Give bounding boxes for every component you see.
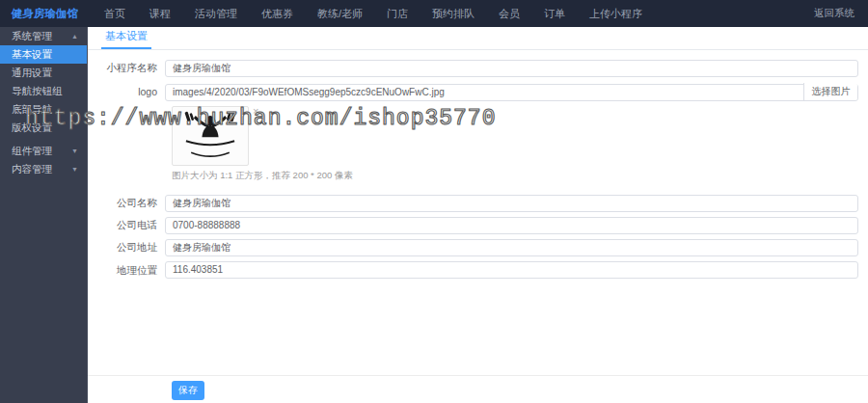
longitude-input[interactable] <box>165 261 858 279</box>
caret-down-icon: ▼ <box>71 142 78 160</box>
form-row-company-name: 公司名称 <box>88 195 868 212</box>
sidebar: 系统管理 ▲ 基本设置 通用设置 导航按钮组 底部导航 版权设置 组件管理 ▼ … <box>0 27 88 403</box>
nav-item-activities[interactable]: 活动管理 <box>195 7 237 21</box>
form-row-mini-name: 小程序名称 <box>88 60 868 77</box>
form-footer: 保存 <box>88 375 868 403</box>
top-nav-menu: 首页 课程 活动管理 优惠券 教练/老师 门店 预约排队 会员 订单 上传小程序 <box>104 7 642 21</box>
sidebar-item-bottom-nav[interactable]: 底部导航 <box>0 100 87 119</box>
sidebar-group-system[interactable]: 系统管理 ▲ <box>0 27 87 45</box>
sidebar-item-copyright[interactable]: 版权设置 <box>0 119 87 137</box>
tab-bar: 基本设置 <box>88 27 868 50</box>
sidebar-group-system-label: 系统管理 <box>12 30 52 41</box>
caret-up-icon: ▲ <box>71 27 78 45</box>
sidebar-group-components[interactable]: 组件管理 ▼ <box>0 142 87 160</box>
nav-item-courses[interactable]: 课程 <box>149 7 171 21</box>
dumbbell-figure-icon <box>178 109 242 163</box>
settings-form: 小程序名称 logo 选择图片 <box>88 50 868 281</box>
company-name-input[interactable] <box>165 195 858 212</box>
form-row-logo: logo 选择图片 <box>88 82 868 101</box>
choose-image-button[interactable]: 选择图片 <box>803 83 857 100</box>
brand-logo-text[interactable]: 健身房瑜伽馆 <box>12 7 91 21</box>
sidebar-group-content-label: 内容管理 <box>12 163 52 175</box>
nav-item-members[interactable]: 会员 <box>499 7 520 21</box>
sidebar-group-components-label: 组件管理 <box>12 145 52 156</box>
logo-path-input[interactable] <box>165 84 858 101</box>
mini-name-label: 小程序名称 <box>88 62 165 75</box>
sidebar-item-nav-buttons[interactable]: 导航按钮组 <box>0 82 87 100</box>
app-window: 健身房瑜伽馆 首页 课程 活动管理 优惠券 教练/老师 门店 预约排队 会员 订… <box>0 0 868 403</box>
sidebar-item-general-settings[interactable]: 通用设置 <box>0 64 87 82</box>
sidebar-group-content[interactable]: 内容管理 ▼ <box>0 160 87 178</box>
nav-item-home[interactable]: 首页 <box>104 7 125 21</box>
company-phone-input[interactable] <box>165 217 858 234</box>
nav-item-booking-queue[interactable]: 预约排队 <box>432 7 475 21</box>
nav-item-orders[interactable]: 订单 <box>544 7 565 21</box>
caret-down-icon: ▼ <box>71 160 78 178</box>
logo-preview-image <box>172 106 249 166</box>
logo-preview-row: × <box>172 106 868 166</box>
main-content: 基本设置 小程序名称 logo 选择图片 <box>88 27 868 403</box>
mini-name-input[interactable] <box>165 60 858 77</box>
logo-input-group: 选择图片 <box>165 82 858 101</box>
location-label: 地理位置 <box>88 264 165 278</box>
save-button[interactable]: 保存 <box>172 381 204 400</box>
form-row-location: 地理位置 选择坐标 <box>88 261 868 281</box>
form-row-company-phone: 公司电话 <box>88 217 868 234</box>
image-size-hint: 图片大小为 1:1 正方形，推荐 200 * 200 像素 <box>172 170 868 182</box>
company-address-input[interactable] <box>165 239 858 256</box>
nav-item-coaches[interactable]: 教练/老师 <box>317 7 363 21</box>
logo-label: logo <box>88 86 165 97</box>
nav-item-stores[interactable]: 门店 <box>387 7 408 21</box>
close-icon[interactable]: × <box>253 106 258 116</box>
company-address-label: 公司地址 <box>88 241 165 255</box>
nav-item-upload-miniprogram[interactable]: 上传小程序 <box>589 7 642 21</box>
top-navbar: 健身房瑜伽馆 首页 课程 活动管理 优惠券 教练/老师 门店 预约排队 会员 订… <box>0 0 868 27</box>
nav-item-coupons[interactable]: 优惠券 <box>261 7 293 21</box>
sidebar-item-basic-settings[interactable]: 基本设置 <box>0 45 87 64</box>
back-to-system-link[interactable]: 返回系统 <box>814 7 854 20</box>
company-phone-label: 公司电话 <box>88 219 165 232</box>
form-row-company-address: 公司地址 <box>88 239 868 256</box>
tab-basic-settings[interactable]: 基本设置 <box>101 29 151 49</box>
company-name-label: 公司名称 <box>88 197 165 210</box>
